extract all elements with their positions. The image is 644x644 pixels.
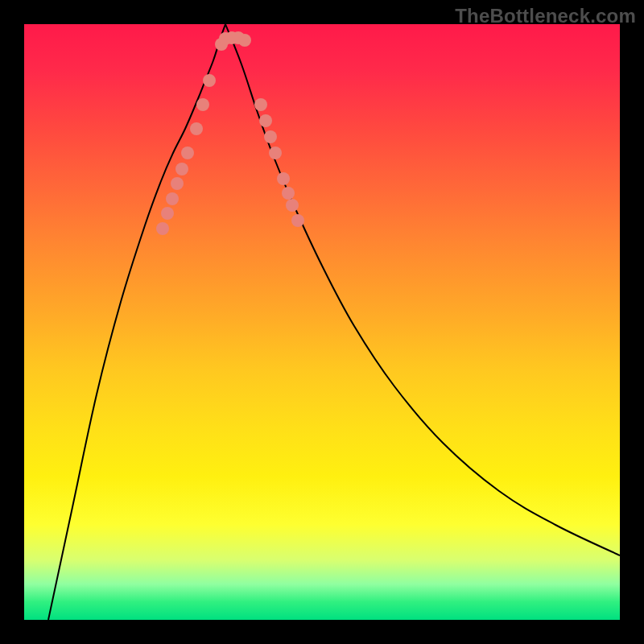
data-point [181, 147, 194, 159]
curves-group [48, 24, 620, 620]
data-point [259, 114, 272, 127]
dots-group [156, 31, 304, 235]
data-point [269, 147, 282, 159]
data-point [161, 207, 174, 220]
data-point [203, 74, 216, 87]
data-point [238, 34, 251, 47]
data-point [264, 130, 277, 143]
data-point [254, 98, 267, 111]
data-point [291, 214, 304, 227]
data-point [171, 177, 184, 190]
data-point [282, 187, 295, 200]
curve-left-curve [48, 24, 225, 620]
curve-right-curve [225, 24, 620, 555]
data-point [166, 192, 179, 205]
data-point [190, 122, 203, 135]
chart-svg [24, 24, 620, 620]
data-point [277, 172, 290, 185]
data-point [286, 199, 299, 212]
data-point [196, 98, 209, 111]
data-point [175, 163, 188, 175]
data-point [156, 222, 169, 235]
